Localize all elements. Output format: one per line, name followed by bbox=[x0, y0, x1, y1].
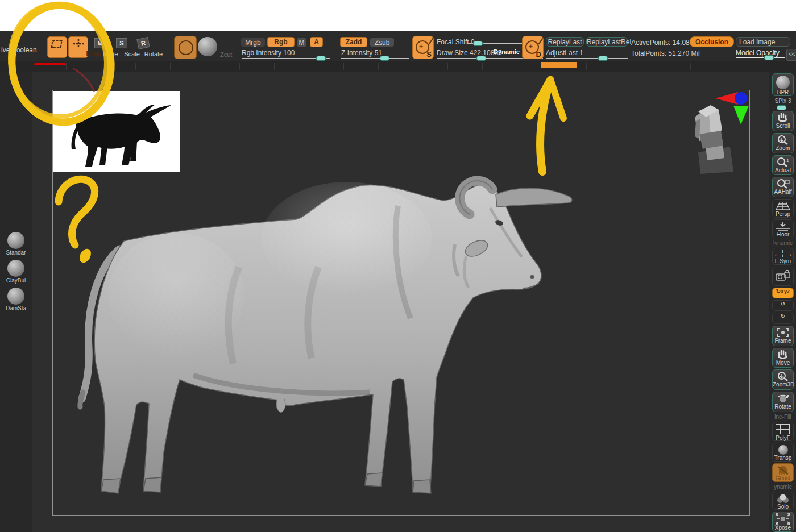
brush-circle-icon bbox=[179, 40, 193, 55]
tab-divider bbox=[690, 63, 691, 70]
aahalf-button[interactable]: AAHalf bbox=[772, 177, 794, 197]
model-opacity-slider[interactable] bbox=[736, 57, 785, 58]
brush-list: StandarClayBuiDamSta bbox=[0, 232, 32, 311]
zadd-button[interactable]: Zadd bbox=[340, 37, 367, 47]
total-points-label: TotalPoints: 51.270 Mil bbox=[631, 49, 700, 57]
brush-damsta[interactable]: DamSta bbox=[0, 288, 32, 311]
brush-standar[interactable]: Standar bbox=[0, 232, 32, 256]
secondary-brush-button[interactable] bbox=[197, 36, 218, 58]
stroke-pen-icon bbox=[428, 38, 433, 45]
xpose-button-label: Xpose bbox=[773, 525, 793, 531]
floor-button-label: Floor bbox=[773, 231, 793, 238]
dynamic-label-2-label: ynamic bbox=[771, 484, 795, 490]
bull-silhouette bbox=[53, 91, 180, 172]
collapse-tray-button[interactable]: << bbox=[786, 49, 796, 61]
zoom3d-button-label: Zoom3D bbox=[773, 381, 793, 388]
polyf-button[interactable]: PolyF bbox=[772, 422, 794, 441]
camlock-button[interactable] bbox=[772, 267, 794, 286]
adjust-last-label[interactable]: AdjustLast 1 bbox=[546, 49, 583, 57]
rotate-y-button[interactable]: ↺ bbox=[772, 300, 794, 311]
lsym-button-label: L.Sym bbox=[773, 258, 793, 264]
actual-button[interactable]: :1Actual bbox=[772, 155, 794, 176]
stroke-button[interactable]: + S bbox=[412, 36, 434, 59]
rgb-intensity-handle[interactable] bbox=[316, 56, 326, 61]
left-brush-tray: StandarClayBuiDamSta bbox=[0, 72, 32, 532]
scroll-button[interactable]: Scroll bbox=[772, 111, 794, 131]
z-intensity-handle[interactable] bbox=[380, 56, 389, 61]
adjust-last-handle[interactable] bbox=[598, 56, 608, 61]
ghost-icon bbox=[776, 465, 790, 475]
replay-last-button[interactable]: ReplayLast bbox=[546, 37, 584, 47]
persp-button-label: Persp bbox=[773, 211, 793, 217]
adjust-last-slider[interactable] bbox=[546, 58, 628, 59]
xpose-button[interactable]: Xpose bbox=[772, 512, 794, 532]
ghost-button[interactable]: Ghost bbox=[772, 463, 794, 483]
lsym-button[interactable]: ←╎→L.Sym bbox=[772, 248, 794, 265]
xpose-icon bbox=[776, 513, 790, 525]
brush-label: ClayBui bbox=[6, 277, 26, 284]
live-boolean-label[interactable]: ive Boolean bbox=[1, 46, 37, 54]
rotate-label: Rotate bbox=[143, 51, 164, 57]
linefill-label-label: ine-Fill bbox=[771, 414, 795, 420]
magnifier-icon bbox=[776, 135, 790, 145]
zoom3d-button[interactable]: Zoom3D bbox=[772, 369, 794, 390]
frame-button[interactable]: Frame bbox=[772, 326, 794, 346]
focal-shift-label[interactable]: Focal Shift 0 bbox=[437, 38, 475, 46]
xyz-button[interactable]: ↻xyz bbox=[772, 288, 794, 298]
z-intensity-slider[interactable] bbox=[341, 58, 409, 59]
mrgb-button[interactable]: Mrgb bbox=[241, 38, 266, 47]
spix-slider-label: SPix 3 bbox=[771, 98, 795, 104]
solo-button[interactable]: Solo bbox=[772, 492, 794, 510]
replay-last-rel-button[interactable]: ReplayLastRel bbox=[586, 37, 628, 47]
transp-button[interactable]: Transp bbox=[772, 443, 794, 462]
scale-button[interactable]: S Scale bbox=[111, 37, 132, 57]
spix-slider-handle[interactable] bbox=[772, 105, 794, 109]
model-opacity-handle[interactable] bbox=[764, 55, 774, 60]
rgb-intensity-label[interactable]: Rgb Intensity 100 bbox=[242, 49, 295, 57]
focal-shift-handle[interactable] bbox=[473, 41, 483, 46]
brush-thumbnail bbox=[7, 232, 24, 249]
move-button[interactable]: M Move bbox=[90, 37, 110, 57]
floor-icon bbox=[775, 221, 791, 231]
edit-button[interactable]: Edit bbox=[47, 36, 67, 58]
load-image-button[interactable]: Load Image bbox=[736, 37, 790, 47]
rotate-button[interactable]: R Rotate bbox=[133, 37, 154, 57]
draw-size-handle[interactable] bbox=[476, 56, 486, 61]
brush-claybui[interactable]: ClayBui bbox=[0, 260, 32, 284]
scroll-button-label: Scroll bbox=[773, 123, 793, 129]
dynamic-label-1: lynamic bbox=[771, 240, 795, 246]
current-brush-button[interactable] bbox=[174, 36, 197, 59]
dynamic-label[interactable]: Dynamic bbox=[494, 48, 520, 55]
depth-button[interactable]: + D bbox=[522, 36, 544, 59]
sphere-icon bbox=[776, 76, 790, 89]
z-intensity-label[interactable]: Z Intensity 51 bbox=[341, 49, 382, 57]
tab-divider bbox=[517, 63, 517, 70]
zoom-button[interactable]: Zoom bbox=[772, 133, 794, 153]
rotate-z-button[interactable]: ↻ bbox=[772, 313, 794, 324]
move-button[interactable]: Move bbox=[772, 348, 794, 368]
rgb-button[interactable]: Rgb bbox=[267, 37, 295, 47]
rotate3d-button[interactable]: Rotate bbox=[772, 392, 794, 412]
spix-slider[interactable]: SPix 3 bbox=[771, 98, 795, 104]
floor-button[interactable]: Floor bbox=[772, 219, 794, 238]
tab-divider bbox=[239, 63, 240, 70]
persp-button[interactable]: Persp bbox=[772, 199, 794, 218]
a-button[interactable]: A bbox=[310, 37, 323, 47]
m-button[interactable]: M bbox=[296, 38, 307, 47]
tab-divider bbox=[170, 63, 171, 70]
tab-divider bbox=[205, 63, 205, 70]
zsub-button[interactable]: Zsub bbox=[370, 38, 395, 47]
zcut-label: Zcut bbox=[220, 51, 232, 58]
svg-text::1: :1 bbox=[785, 158, 789, 163]
local-symmetry-icon: ←╎→ bbox=[773, 250, 793, 258]
draw-size-label[interactable]: Draw Size 422.10885 bbox=[437, 49, 502, 57]
dynamic-label-2: ynamic bbox=[771, 484, 795, 490]
solo-icon bbox=[776, 493, 790, 504]
zbrush-window: ive Boolean Edit Draw M Move S Scale R bbox=[0, 0, 796, 532]
bpr-button[interactable]: BPR bbox=[772, 73, 794, 96]
draw-button[interactable]: Draw bbox=[68, 36, 88, 58]
tab-divider bbox=[447, 63, 448, 70]
occlusion-button[interactable]: Occlusion bbox=[690, 36, 734, 47]
xyz-button-label: ↻xyz bbox=[773, 288, 793, 294]
perspective-icon bbox=[775, 201, 791, 211]
